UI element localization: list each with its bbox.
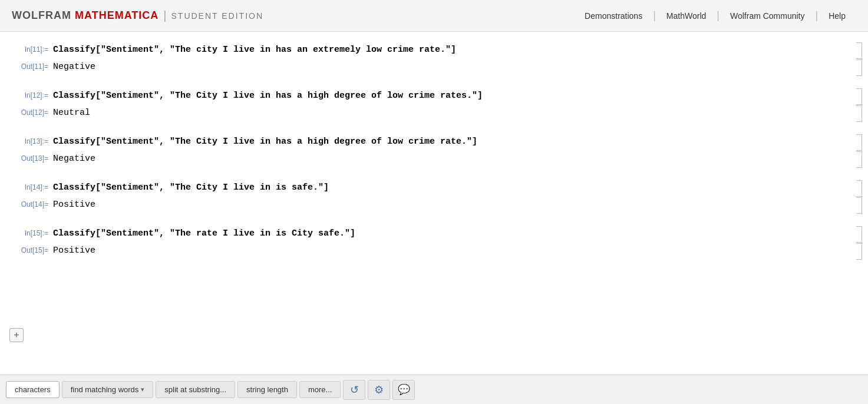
cell-row-in14: In[14]:= Classify["Sentiment", "The City… bbox=[0, 179, 868, 196]
toolbar-btn-more[interactable]: more... bbox=[299, 381, 341, 398]
toolbar-settings-btn[interactable]: ⚙ bbox=[368, 380, 390, 400]
cell-row-in13: In[13]:= Classify["Sentiment", "The City… bbox=[0, 133, 868, 150]
cell-content-out14: Positive bbox=[53, 198, 868, 211]
toolbar-btn-characters[interactable]: characters bbox=[6, 381, 60, 398]
cell-content-in12[interactable]: Classify["Sentiment", "The City I live i… bbox=[53, 90, 868, 102]
notebook: In[11]:= Classify["Sentiment", "The city… bbox=[0, 32, 868, 375]
cell-content-out11: Negative bbox=[53, 61, 868, 73]
bracket-out14 bbox=[854, 197, 862, 214]
bracket-in14 bbox=[854, 180, 862, 197]
cell-content-out15: Positive bbox=[53, 244, 868, 257]
cell-group-14: In[14]:= Classify["Sentiment", "The City… bbox=[0, 179, 868, 213]
cell-row-out14: Out[14]= Positive bbox=[0, 196, 868, 213]
cell-row-in11: In[11]:= Classify["Sentiment", "The city… bbox=[0, 41, 868, 58]
cell-group-11: In[11]:= Classify["Sentiment", "The city… bbox=[0, 41, 868, 75]
bracket-in11 bbox=[854, 42, 862, 59]
nav-help[interactable]: Help bbox=[818, 11, 856, 21]
cell-group-12: In[12]:= Classify["Sentiment", "The City… bbox=[0, 87, 868, 121]
bracket-in13 bbox=[854, 134, 862, 151]
cell-content-in14[interactable]: Classify["Sentiment", "The City I live i… bbox=[53, 181, 868, 194]
logo-mathematica: MATHEMATICA bbox=[75, 9, 159, 22]
cell-content-in11[interactable]: Classify["Sentiment", "The city I live i… bbox=[53, 44, 868, 56]
label-in15: In[15]:= bbox=[0, 227, 53, 237]
cell-row-in15: In[15]:= Classify["Sentiment", "The rate… bbox=[0, 225, 868, 242]
cell-content-in13[interactable]: Classify["Sentiment", "The City I live i… bbox=[53, 135, 868, 148]
label-in14: In[14]:= bbox=[0, 181, 53, 191]
nav-mathworld[interactable]: MathWorld bbox=[656, 11, 717, 21]
toolbar-chat-btn[interactable]: 💬 bbox=[392, 380, 415, 400]
logo-edition: STUDENT EDITION bbox=[171, 11, 264, 21]
bracket-out11 bbox=[854, 59, 862, 76]
toolbar-refresh-btn[interactable]: ↺ bbox=[343, 380, 365, 400]
cell-row-out12: Out[12]= Neutral bbox=[0, 104, 868, 121]
bracket-in12 bbox=[854, 88, 862, 105]
header: WOLFRAM MATHEMATICA | STUDENT EDITION De… bbox=[0, 0, 868, 32]
cell-row-in12: In[12]:= Classify["Sentiment", "The City… bbox=[0, 87, 868, 104]
find-matching-words-label: find matching words bbox=[71, 385, 139, 394]
nav-area: Demonstrations | MathWorld | Wolfram Com… bbox=[574, 9, 856, 22]
cell-content-out12: Neutral bbox=[53, 107, 868, 119]
label-out13: Out[13]= bbox=[0, 153, 53, 163]
label-out15: Out[15]= bbox=[0, 244, 53, 254]
cell-content-in15[interactable]: Classify["Sentiment", "The rate I live i… bbox=[53, 227, 868, 240]
cell-row-out15: Out[15]= Positive bbox=[0, 242, 868, 259]
bracket-out13 bbox=[854, 151, 862, 168]
cell-row-out13: Out[13]= Negative bbox=[0, 150, 868, 167]
cell-group-15: In[15]:= Classify["Sentiment", "The rate… bbox=[0, 225, 868, 259]
gear-icon: ⚙ bbox=[374, 383, 384, 396]
cell-group-13: In[13]:= Classify["Sentiment", "The City… bbox=[0, 133, 868, 167]
find-matching-words-arrow: ▾ bbox=[141, 386, 144, 393]
toolbar-btn-split-at-substring[interactable]: split at substring... bbox=[156, 381, 235, 398]
refresh-icon: ↺ bbox=[350, 383, 359, 396]
nav-demonstrations[interactable]: Demonstrations bbox=[574, 11, 653, 21]
cell-content-out13: Negative bbox=[53, 153, 868, 165]
label-in11: In[11]:= bbox=[0, 44, 53, 54]
notebook-wrapper: In[11]:= Classify["Sentiment", "The city… bbox=[0, 32, 868, 375]
bracket-in15 bbox=[854, 226, 862, 243]
logo-separator: | bbox=[163, 9, 166, 22]
logo-wolfram: WOLFRAM bbox=[12, 9, 71, 22]
toolbar: characters find matching words ▾ split a… bbox=[0, 375, 868, 404]
nav-wolfram-community[interactable]: Wolfram Community bbox=[720, 11, 816, 21]
label-in12: In[12]:= bbox=[0, 90, 53, 100]
cell-row-out11: Out[11]= Negative bbox=[0, 58, 868, 75]
bracket-out12 bbox=[854, 105, 862, 122]
toolbar-btn-find-matching-words[interactable]: find matching words ▾ bbox=[62, 381, 154, 398]
toolbar-btn-string-length[interactable]: string length bbox=[237, 381, 297, 398]
bracket-out15 bbox=[854, 243, 862, 260]
add-cell-button[interactable]: + bbox=[9, 328, 24, 342]
label-out11: Out[11]= bbox=[0, 61, 53, 71]
label-in13: In[13]:= bbox=[0, 135, 53, 145]
logo-area: WOLFRAM MATHEMATICA | STUDENT EDITION bbox=[12, 9, 263, 22]
label-out14: Out[14]= bbox=[0, 198, 53, 208]
label-out12: Out[12]= bbox=[0, 107, 53, 117]
chat-icon: 💬 bbox=[398, 383, 410, 396]
